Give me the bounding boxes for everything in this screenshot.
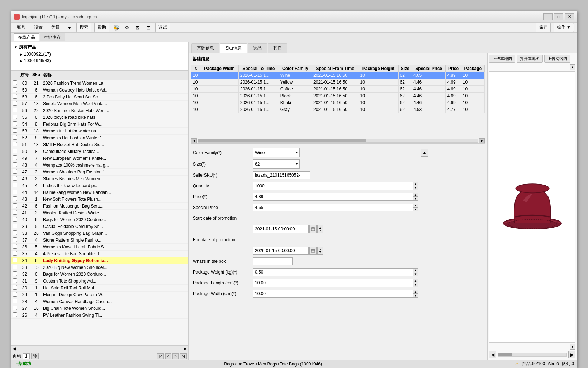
list-item[interactable]: 57 18 Simple Women Men Wool Vinta... [11,101,188,107]
sku-row[interactable]: 10 2026-01-15 1... Khaki 2021-01-15 16:5… [191,99,485,106]
tab-local[interactable]: 本地库存 [40,33,65,41]
prev-page-button[interactable]: < [165,353,171,359]
list-item[interactable]: 56 22 2020 Summer Bucket Hats Wom... [11,107,188,114]
scroll-right-btn[interactable]: ▶ [479,138,485,143]
last-page-button[interactable]: >| [180,353,187,359]
start-date-input[interactable] [253,225,309,233]
list-item[interactable]: 60 21 2020 Fashion Trend Women La... [11,80,188,87]
list-item[interactable]: 48 4 Wampaca 100% cashmere hat g... [11,162,188,169]
list-item[interactable]: 46 2 Skullies Beanies Men Women... [11,176,188,182]
end-date-arrows[interactable]: ▲ ▼ [317,247,323,255]
sku-row[interactable]: 10 2026-01-15 1... Yellow 2021-01-15 16:… [191,79,485,86]
first-page-button[interactable]: |< [157,353,164,359]
pkg-weight-down[interactable]: ▼ [413,272,418,276]
quantity-down[interactable]: ▼ [413,186,418,190]
end-date-input[interactable] [253,247,309,255]
scroll-left-btn[interactable]: ◀ [191,138,197,143]
size-select[interactable]: 62 [253,159,300,169]
img-nav-prev[interactable]: ◀ [489,351,496,358]
sku-table-area[interactable]: s Package Width Special To Time Color Fa… [191,65,485,136]
go-button[interactable]: 转 [31,353,39,359]
search-button[interactable]: 搜索 [76,23,91,32]
pkg-length-up[interactable]: ▲ [413,279,418,283]
sku-row[interactable]: 10 2026-01-15 1... Coffee 2021-01-15 16:… [191,86,485,93]
img-nav-next[interactable]: ▶ [568,351,575,358]
tab-basic-info[interactable]: 基础信息 [191,43,219,53]
list-item[interactable]: 49 7 New European Women's Knitte... [11,155,188,162]
pkg-length-down[interactable]: ▼ [413,283,418,287]
list-item[interactable]: 31 9 Custom Tote Shopping Ad... [11,278,188,285]
help-button[interactable]: 帮助 [94,23,109,32]
sku-row[interactable]: 10 2026-01-15 1... Black 2021-01-15 16:5… [191,93,485,99]
list-item-selected[interactable]: 34 6 Lady Knitting Gypsy Bohemia... [11,257,188,264]
color-family-select[interactable]: Wine Yellow Coffee Black Khaki Gray [253,148,300,157]
special-price-up[interactable]: ▲ [413,204,418,208]
tab-other[interactable]: 其它 [268,43,287,53]
price-down[interactable]: ▼ [413,197,418,201]
seller-sku-input[interactable] [253,171,310,179]
color-family-scroll-up[interactable]: ▲ [421,149,428,157]
list-item[interactable]: 44 44 Haimeikang Women New Bandan... [11,189,188,196]
tree-child-2[interactable]: ▶ 10001946(43) [13,57,187,64]
tool-icon3[interactable]: ⊡ [144,24,152,32]
list-item[interactable]: 40 6 Bags for Women 2020 Corduro... [11,216,188,223]
special-price-input[interactable] [253,204,413,211]
list-item[interactable]: 53 18 Women fur hat for winter na... [11,128,188,135]
list-item[interactable]: 52 8 Women's Hat Fashion Winter 1 [11,135,188,141]
upload-net-btn[interactable]: 上传网络图 [544,55,570,63]
menu-settings[interactable]: 设置 [31,23,46,32]
next-page-button[interactable]: > [172,353,178,359]
list-item[interactable]: 58 6 2 Pcs Baby Hat Scarf Set Sp... [11,94,188,101]
product-list-scroll[interactable]: 60 21 2020 Fashion Trend Women La... 59 … [11,80,188,345]
list-item[interactable]: 30 1 Hot Sale Roll Tool Roll Mul... [11,285,188,292]
img-panel-scroll-up[interactable]: ▲ [570,64,575,70]
pkg-weight-input[interactable] [253,268,413,276]
menu-category[interactable]: 类目 [48,23,63,32]
list-item[interactable]: 38 26 Van Gogh Shopping Bag Graph... [11,230,188,237]
img-nav-track[interactable] [498,353,567,357]
close-button[interactable]: ✕ [565,13,574,20]
dropdown-arrow[interactable]: ▼ [66,24,74,32]
list-item[interactable]: 43 1 New Soft Flowers Tote Plush... [11,196,188,203]
list-item[interactable]: 39 5 Casual Foldable Corduroy Sh... [11,223,188,230]
pkg-width-down[interactable]: ▼ [413,294,418,298]
end-date-calendar-btn[interactable] [309,247,317,255]
tree-root[interactable]: ▼ 所有产品 [13,43,187,51]
tool-icon1[interactable]: ⚙ [123,24,131,32]
list-scroll-left[interactable]: ◀ [11,346,17,352]
list-item[interactable]: 55 6 2020 bicycle road bike hats [11,114,188,121]
list-item[interactable]: 26 4 PV Leather Fashion Swing Tl... [11,312,188,319]
list-item[interactable]: 47 3 Women Shoulder Bag Fashion 1 [11,169,188,176]
pkg-length-input[interactable] [253,279,413,287]
minimize-button[interactable]: ─ [543,13,553,20]
quantity-input[interactable] [253,182,413,190]
list-item[interactable]: 45 4 Ladies thick cow leopard pr... [11,182,188,189]
list-item[interactable]: 32 6 Bags for Women 2020 Corduro... [11,271,188,278]
price-up[interactable]: ▲ [413,193,418,197]
start-date-arrows[interactable]: ▲ ▼ [317,225,323,233]
save-button[interactable]: 保存 [536,23,551,32]
table-scrollbar[interactable]: ◀ ▶ [191,138,485,144]
form-scroll[interactable]: Color Family(*) Wine Yellow Coffee Black [191,146,485,358]
list-item[interactable]: 29 1 Elegant Design Cow Pattern W... [11,292,188,298]
start-date-calendar-btn[interactable] [309,225,317,233]
upload-local-btn[interactable]: 上传本地图 [489,55,515,63]
tab-sku-info[interactable]: Sku信息 [220,43,247,53]
list-item[interactable]: 41 3 Woolen Knitted Design Winte... [11,210,188,216]
list-item[interactable]: 36 5 Women's Kawaii Lamb Fabric S... [11,244,188,251]
list-item[interactable]: 50 8 Camouflage Military Tactica... [11,148,188,155]
tree-child-1[interactable]: ▶ 10000921(17) [13,51,187,57]
list-item[interactable]: 37 4 Stone Pattern Simple Fashio... [11,237,188,244]
pkg-weight-up[interactable]: ▲ [413,268,418,272]
list-item[interactable]: 42 6 Fashion Messenger Bag Scrat... [11,203,188,210]
tool-icon2[interactable]: ⊠ [134,24,142,32]
pkg-width-up[interactable]: ▲ [413,290,418,294]
list-item[interactable]: 35 4 4 Pieces Tote Bag Shoulder 1 [11,251,188,257]
debug-button[interactable]: 调试 [155,23,170,32]
list-scroll-right[interactable]: ▶ [182,346,188,352]
operations-button[interactable]: 操作 ▼ [554,23,574,32]
list-item[interactable]: 51 13 SMILE Bucket Hat Double Sid... [11,141,188,148]
quantity-up[interactable]: ▲ [413,182,418,186]
list-item[interactable]: 54 8 Fedoras Big Brim Hats For W... [11,121,188,128]
list-item[interactable]: 59 6 Woman Cowboy Hats Unisex Ad... [11,87,188,94]
